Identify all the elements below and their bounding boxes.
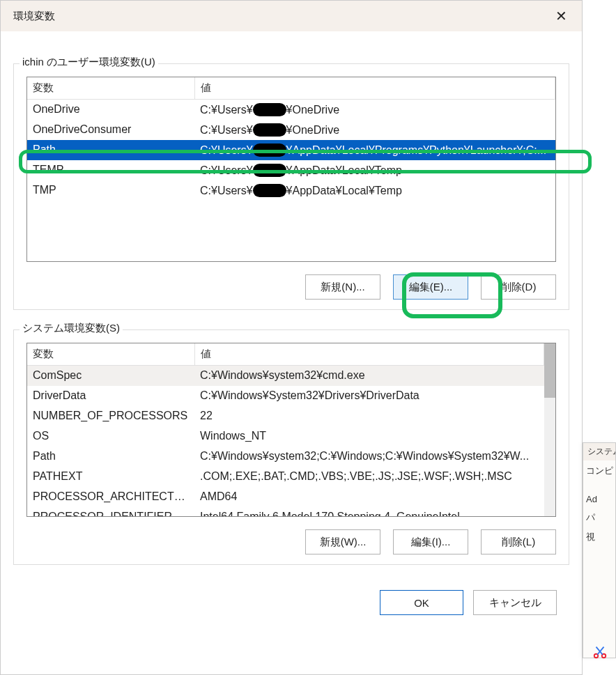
user-col-var[interactable]: 変数 bbox=[27, 77, 194, 100]
snipping-tool-icon[interactable] bbox=[592, 644, 608, 660]
val-cell: C:¥Users¥¥OneDrive bbox=[194, 100, 555, 120]
close-icon[interactable]: ✕ bbox=[553, 8, 569, 24]
side-text-3: パ bbox=[586, 511, 613, 524]
table-row[interactable]: ComSpecC:¥Windows¥system32¥cmd.exe bbox=[27, 366, 544, 386]
user-vars-section: ichin のユーザー環境変数(U) 変数 値 OneDriveC:¥Users… bbox=[13, 63, 569, 310]
redacted-username bbox=[253, 103, 286, 116]
redacted-username bbox=[253, 123, 286, 137]
system-vars-table[interactable]: 変数 値 ComSpecC:¥Windows¥system32¥cmd.exeD… bbox=[27, 343, 544, 516]
var-cell: Path bbox=[27, 447, 194, 467]
user-edit-button[interactable]: 編集(E)... bbox=[393, 274, 468, 300]
sys-col-val[interactable]: 値 bbox=[194, 343, 544, 366]
var-cell: ComSpec bbox=[27, 366, 194, 386]
val-cell: C:¥Windows¥system32¥cmd.exe bbox=[194, 366, 544, 386]
var-cell: PROCESSOR_IDENTIFIER bbox=[27, 507, 194, 517]
var-cell: PROCESSOR_ARCHITECTURE bbox=[27, 487, 194, 507]
table-row[interactable]: OneDriveC:¥Users¥¥OneDrive bbox=[27, 100, 555, 120]
val-cell: C:¥Windows¥system32;C:¥Windows;C:¥Window… bbox=[194, 447, 544, 467]
user-col-val[interactable]: 値 bbox=[194, 77, 555, 100]
var-cell: OneDrive bbox=[27, 100, 194, 120]
var-cell: TEMP bbox=[27, 160, 194, 180]
redacted-username bbox=[253, 184, 286, 197]
var-cell: OS bbox=[27, 426, 194, 447]
dialog-content: ichin のユーザー環境変数(U) 変数 値 OneDriveC:¥Users… bbox=[1, 31, 582, 628]
titlebar: 環境変数 ✕ bbox=[1, 1, 582, 31]
val-cell: C:¥Users¥¥OneDrive bbox=[194, 120, 555, 140]
var-cell: OneDriveConsumer bbox=[27, 120, 194, 140]
var-cell: NUMBER_OF_PROCESSORS bbox=[27, 406, 194, 426]
system-new-button[interactable]: 新規(W)... bbox=[305, 529, 380, 554]
table-row[interactable]: TEMPC:¥Users¥¥AppData¥Local¥Temp bbox=[27, 160, 555, 180]
table-row[interactable]: OSWindows_NT bbox=[27, 426, 544, 447]
cancel-button[interactable]: キャンセル bbox=[473, 590, 557, 615]
table-row[interactable]: PathC:¥Users¥¥AppData¥Local¥Programs¥Pyt… bbox=[27, 140, 555, 160]
var-cell: PATHEXT bbox=[27, 467, 194, 487]
system-edit-button[interactable]: 編集(I)... bbox=[393, 529, 468, 554]
side-partial-window: システム コンピ Ad パ 視 bbox=[583, 442, 616, 658]
side-text-4: 視 bbox=[586, 531, 613, 543]
system-section-label: システム環境変数(S) bbox=[20, 322, 123, 335]
var-cell: DriverData bbox=[27, 386, 194, 406]
side-window-title: システム bbox=[583, 443, 615, 460]
table-row[interactable]: TMPC:¥Users¥¥AppData¥Local¥Temp bbox=[27, 180, 555, 201]
ok-button[interactable]: OK bbox=[380, 590, 463, 615]
svg-line-2 bbox=[597, 647, 603, 655]
table-row[interactable]: PathC:¥Windows¥system32;C:¥Windows;C:¥Wi… bbox=[27, 447, 544, 467]
user-delete-button[interactable]: 削除(D) bbox=[481, 274, 556, 300]
table-row[interactable]: DriverDataC:¥Windows¥System32¥Drivers¥Dr… bbox=[27, 386, 544, 406]
var-cell: Path bbox=[27, 140, 194, 160]
system-buttons: 新規(W)... 編集(I)... 削除(L) bbox=[26, 529, 556, 554]
val-cell: C:¥Users¥¥AppData¥Local¥Temp bbox=[194, 160, 555, 180]
val-cell: C:¥Windows¥System32¥Drivers¥DriverData bbox=[194, 386, 544, 406]
val-cell: C:¥Users¥¥AppData¥Local¥Temp bbox=[194, 180, 555, 201]
side-text-1: コンピ bbox=[586, 465, 613, 477]
system-delete-button[interactable]: 削除(L) bbox=[481, 529, 556, 554]
user-vars-table-wrap: 変数 値 OneDriveC:¥Users¥¥OneDriveOneDriveC… bbox=[26, 77, 556, 262]
val-cell: Windows_NT bbox=[194, 426, 544, 447]
table-row[interactable]: OneDriveConsumerC:¥Users¥¥OneDrive bbox=[27, 120, 555, 140]
redacted-username bbox=[253, 143, 286, 157]
system-vars-section: システム環境変数(S) 変数 値 ComSpecC:¥Windows¥syste… bbox=[13, 329, 569, 565]
system-scrollbar[interactable] bbox=[544, 343, 555, 516]
val-cell: AMD64 bbox=[194, 487, 544, 507]
var-cell: TMP bbox=[27, 180, 194, 201]
svg-line-3 bbox=[596, 647, 603, 655]
user-buttons: 新規(N)... 編集(E)... 削除(D) bbox=[26, 274, 556, 300]
user-section-label: ichin のユーザー環境変数(U) bbox=[20, 56, 158, 69]
table-row[interactable]: NUMBER_OF_PROCESSORS22 bbox=[27, 406, 544, 426]
scroll-thumb[interactable] bbox=[544, 343, 555, 398]
user-new-button[interactable]: 新規(N)... bbox=[305, 274, 380, 300]
redacted-username bbox=[253, 164, 286, 177]
val-cell: C:¥Users¥¥AppData¥Local¥Programs¥Python¥… bbox=[194, 140, 555, 160]
table-row[interactable]: PROCESSOR_IDENTIFIERIntel64 Family 6 Mod… bbox=[27, 507, 544, 517]
user-vars-table[interactable]: 変数 値 OneDriveC:¥Users¥¥OneDriveOneDriveC… bbox=[27, 77, 555, 201]
table-row[interactable]: PROCESSOR_ARCHITECTUREAMD64 bbox=[27, 487, 544, 507]
val-cell: .COM;.EXE;.BAT;.CMD;.VBS;.VBE;.JS;.JSE;.… bbox=[194, 467, 544, 487]
table-row[interactable]: PATHEXT.COM;.EXE;.BAT;.CMD;.VBS;.VBE;.JS… bbox=[27, 467, 544, 487]
val-cell: Intel64 Family 6 Model 170 Stepping 4, G… bbox=[194, 507, 544, 517]
val-cell: 22 bbox=[194, 406, 544, 426]
sys-col-var[interactable]: 変数 bbox=[27, 343, 194, 366]
side-text-2: Ad bbox=[586, 494, 613, 504]
system-vars-table-wrap: 変数 値 ComSpecC:¥Windows¥system32¥cmd.exeD… bbox=[26, 343, 556, 517]
dialog-bottom-buttons: OK キャンセル bbox=[13, 590, 569, 615]
dialog-title: 環境変数 bbox=[13, 10, 55, 23]
env-vars-dialog: 環境変数 ✕ ichin のユーザー環境変数(U) 変数 値 OneDriveC… bbox=[0, 0, 583, 675]
